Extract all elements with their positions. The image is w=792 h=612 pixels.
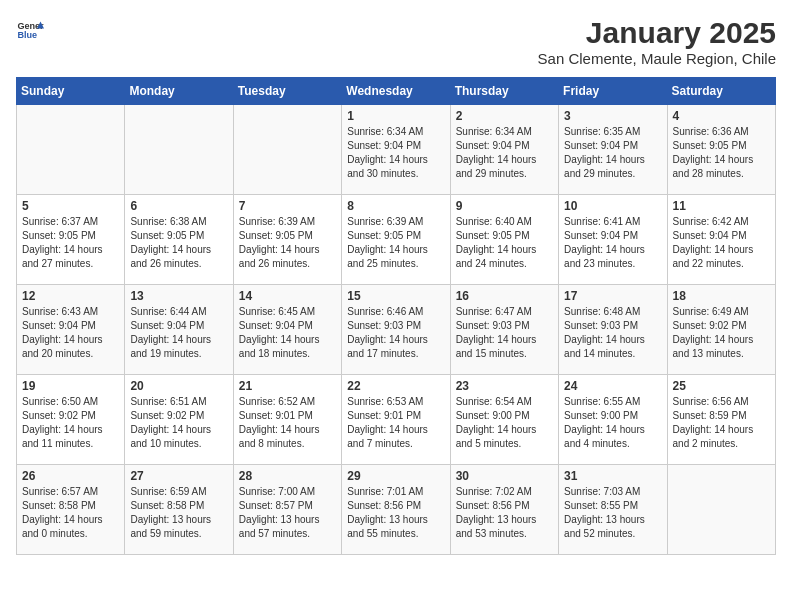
day-info: Sunrise: 6:34 AM Sunset: 9:04 PM Dayligh… (456, 125, 553, 181)
calendar-cell: 12Sunrise: 6:43 AM Sunset: 9:04 PM Dayli… (17, 285, 125, 375)
day-number: 22 (347, 379, 444, 393)
day-info: Sunrise: 6:49 AM Sunset: 9:02 PM Dayligh… (673, 305, 770, 361)
calendar-week-1: 1Sunrise: 6:34 AM Sunset: 9:04 PM Daylig… (17, 105, 776, 195)
calendar-cell: 1Sunrise: 6:34 AM Sunset: 9:04 PM Daylig… (342, 105, 450, 195)
day-info: Sunrise: 6:59 AM Sunset: 8:58 PM Dayligh… (130, 485, 227, 541)
calendar-week-4: 19Sunrise: 6:50 AM Sunset: 9:02 PM Dayli… (17, 375, 776, 465)
day-info: Sunrise: 6:47 AM Sunset: 9:03 PM Dayligh… (456, 305, 553, 361)
day-number: 20 (130, 379, 227, 393)
calendar-week-5: 26Sunrise: 6:57 AM Sunset: 8:58 PM Dayli… (17, 465, 776, 555)
day-info: Sunrise: 6:46 AM Sunset: 9:03 PM Dayligh… (347, 305, 444, 361)
logo: General Blue (16, 16, 44, 44)
calendar-cell: 26Sunrise: 6:57 AM Sunset: 8:58 PM Dayli… (17, 465, 125, 555)
calendar-cell: 25Sunrise: 6:56 AM Sunset: 8:59 PM Dayli… (667, 375, 775, 465)
day-info: Sunrise: 6:57 AM Sunset: 8:58 PM Dayligh… (22, 485, 119, 541)
calendar-cell: 9Sunrise: 6:40 AM Sunset: 9:05 PM Daylig… (450, 195, 558, 285)
day-info: Sunrise: 6:42 AM Sunset: 9:04 PM Dayligh… (673, 215, 770, 271)
day-info: Sunrise: 6:39 AM Sunset: 9:05 PM Dayligh… (239, 215, 336, 271)
day-number: 16 (456, 289, 553, 303)
weekday-header-wednesday: Wednesday (342, 78, 450, 105)
calendar-cell: 2Sunrise: 6:34 AM Sunset: 9:04 PM Daylig… (450, 105, 558, 195)
day-info: Sunrise: 6:35 AM Sunset: 9:04 PM Dayligh… (564, 125, 661, 181)
calendar-cell (667, 465, 775, 555)
calendar-cell: 8Sunrise: 6:39 AM Sunset: 9:05 PM Daylig… (342, 195, 450, 285)
day-info: Sunrise: 7:02 AM Sunset: 8:56 PM Dayligh… (456, 485, 553, 541)
day-number: 18 (673, 289, 770, 303)
day-number: 29 (347, 469, 444, 483)
day-info: Sunrise: 6:53 AM Sunset: 9:01 PM Dayligh… (347, 395, 444, 451)
day-number: 26 (22, 469, 119, 483)
logo-icon: General Blue (16, 16, 44, 44)
svg-text:Blue: Blue (17, 30, 37, 40)
day-info: Sunrise: 6:51 AM Sunset: 9:02 PM Dayligh… (130, 395, 227, 451)
calendar-cell (233, 105, 341, 195)
title-block: January 2025 San Clemente, Maule Region,… (538, 16, 776, 67)
calendar-cell: 27Sunrise: 6:59 AM Sunset: 8:58 PM Dayli… (125, 465, 233, 555)
day-info: Sunrise: 6:45 AM Sunset: 9:04 PM Dayligh… (239, 305, 336, 361)
day-info: Sunrise: 6:43 AM Sunset: 9:04 PM Dayligh… (22, 305, 119, 361)
day-info: Sunrise: 6:44 AM Sunset: 9:04 PM Dayligh… (130, 305, 227, 361)
day-number: 5 (22, 199, 119, 213)
calendar-cell: 31Sunrise: 7:03 AM Sunset: 8:55 PM Dayli… (559, 465, 667, 555)
day-info: Sunrise: 6:54 AM Sunset: 9:00 PM Dayligh… (456, 395, 553, 451)
calendar-body: 1Sunrise: 6:34 AM Sunset: 9:04 PM Daylig… (17, 105, 776, 555)
calendar-cell: 4Sunrise: 6:36 AM Sunset: 9:05 PM Daylig… (667, 105, 775, 195)
calendar-cell: 20Sunrise: 6:51 AM Sunset: 9:02 PM Dayli… (125, 375, 233, 465)
day-info: Sunrise: 6:40 AM Sunset: 9:05 PM Dayligh… (456, 215, 553, 271)
calendar-cell: 23Sunrise: 6:54 AM Sunset: 9:00 PM Dayli… (450, 375, 558, 465)
day-info: Sunrise: 7:01 AM Sunset: 8:56 PM Dayligh… (347, 485, 444, 541)
day-number: 3 (564, 109, 661, 123)
day-info: Sunrise: 6:41 AM Sunset: 9:04 PM Dayligh… (564, 215, 661, 271)
day-number: 7 (239, 199, 336, 213)
weekday-header-thursday: Thursday (450, 78, 558, 105)
day-number: 17 (564, 289, 661, 303)
day-number: 8 (347, 199, 444, 213)
calendar-cell: 7Sunrise: 6:39 AM Sunset: 9:05 PM Daylig… (233, 195, 341, 285)
calendar-cell: 19Sunrise: 6:50 AM Sunset: 9:02 PM Dayli… (17, 375, 125, 465)
calendar-cell: 5Sunrise: 6:37 AM Sunset: 9:05 PM Daylig… (17, 195, 125, 285)
day-info: Sunrise: 7:03 AM Sunset: 8:55 PM Dayligh… (564, 485, 661, 541)
weekday-header-tuesday: Tuesday (233, 78, 341, 105)
day-number: 2 (456, 109, 553, 123)
calendar-cell: 6Sunrise: 6:38 AM Sunset: 9:05 PM Daylig… (125, 195, 233, 285)
calendar-cell: 13Sunrise: 6:44 AM Sunset: 9:04 PM Dayli… (125, 285, 233, 375)
day-info: Sunrise: 6:37 AM Sunset: 9:05 PM Dayligh… (22, 215, 119, 271)
day-number: 13 (130, 289, 227, 303)
calendar-cell: 3Sunrise: 6:35 AM Sunset: 9:04 PM Daylig… (559, 105, 667, 195)
day-info: Sunrise: 7:00 AM Sunset: 8:57 PM Dayligh… (239, 485, 336, 541)
calendar-cell: 29Sunrise: 7:01 AM Sunset: 8:56 PM Dayli… (342, 465, 450, 555)
day-number: 28 (239, 469, 336, 483)
calendar-cell (125, 105, 233, 195)
day-info: Sunrise: 6:52 AM Sunset: 9:01 PM Dayligh… (239, 395, 336, 451)
day-info: Sunrise: 6:48 AM Sunset: 9:03 PM Dayligh… (564, 305, 661, 361)
day-info: Sunrise: 6:36 AM Sunset: 9:05 PM Dayligh… (673, 125, 770, 181)
day-number: 21 (239, 379, 336, 393)
day-number: 12 (22, 289, 119, 303)
calendar-week-2: 5Sunrise: 6:37 AM Sunset: 9:05 PM Daylig… (17, 195, 776, 285)
calendar-cell: 18Sunrise: 6:49 AM Sunset: 9:02 PM Dayli… (667, 285, 775, 375)
weekday-header-friday: Friday (559, 78, 667, 105)
day-number: 19 (22, 379, 119, 393)
day-info: Sunrise: 6:38 AM Sunset: 9:05 PM Dayligh… (130, 215, 227, 271)
calendar-cell: 28Sunrise: 7:00 AM Sunset: 8:57 PM Dayli… (233, 465, 341, 555)
calendar-cell: 15Sunrise: 6:46 AM Sunset: 9:03 PM Dayli… (342, 285, 450, 375)
day-number: 4 (673, 109, 770, 123)
calendar-cell: 14Sunrise: 6:45 AM Sunset: 9:04 PM Dayli… (233, 285, 341, 375)
day-number: 25 (673, 379, 770, 393)
day-number: 23 (456, 379, 553, 393)
calendar-cell: 24Sunrise: 6:55 AM Sunset: 9:00 PM Dayli… (559, 375, 667, 465)
day-info: Sunrise: 6:55 AM Sunset: 9:00 PM Dayligh… (564, 395, 661, 451)
calendar-cell: 17Sunrise: 6:48 AM Sunset: 9:03 PM Dayli… (559, 285, 667, 375)
calendar-cell: 16Sunrise: 6:47 AM Sunset: 9:03 PM Dayli… (450, 285, 558, 375)
day-info: Sunrise: 6:56 AM Sunset: 8:59 PM Dayligh… (673, 395, 770, 451)
weekday-header-sunday: Sunday (17, 78, 125, 105)
day-info: Sunrise: 6:34 AM Sunset: 9:04 PM Dayligh… (347, 125, 444, 181)
weekday-header-monday: Monday (125, 78, 233, 105)
calendar-header: SundayMondayTuesdayWednesdayThursdayFrid… (17, 78, 776, 105)
day-number: 9 (456, 199, 553, 213)
calendar-cell: 22Sunrise: 6:53 AM Sunset: 9:01 PM Dayli… (342, 375, 450, 465)
day-number: 24 (564, 379, 661, 393)
day-info: Sunrise: 6:50 AM Sunset: 9:02 PM Dayligh… (22, 395, 119, 451)
day-number: 10 (564, 199, 661, 213)
calendar-week-3: 12Sunrise: 6:43 AM Sunset: 9:04 PM Dayli… (17, 285, 776, 375)
